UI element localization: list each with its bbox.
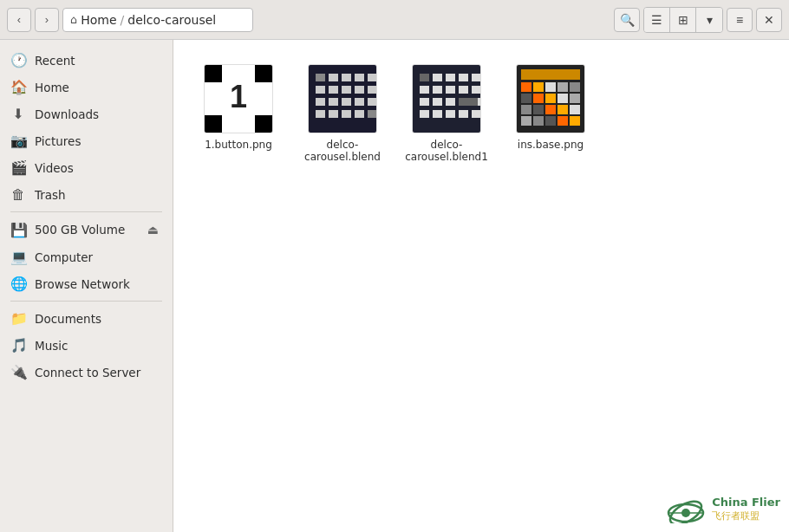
documents-icon: 📁 — [10, 310, 26, 327]
file-item-blend1[interactable]: delco-carousel.blend1 — [399, 57, 494, 170]
file-item-1button[interactable]: 1.button.png — [191, 57, 286, 170]
file-name-blend1: delco-carousel.blend1 — [404, 139, 489, 163]
thumbnail-ins — [517, 65, 584, 133]
sidebar-label-videos: Videos — [35, 161, 74, 175]
videos-icon: 🎬 — [10, 159, 26, 176]
forward-icon: › — [45, 13, 49, 26]
music-icon: 🎵 — [10, 337, 26, 354]
file-item-blend[interactable]: delco-carousel.blend — [295, 57, 390, 170]
sidebar-item-connect-server[interactable]: 🔌 Connect to Server — [0, 359, 173, 386]
watermark-text: China Flier 飞行者联盟 — [712, 496, 780, 522]
server-icon: 🔌 — [10, 364, 26, 380]
chevron-down-icon: ▾ — [707, 13, 713, 27]
sidebar-separator-2 — [10, 301, 162, 302]
back-icon: ‹ — [17, 13, 21, 26]
watermark-line2: 飞行者联盟 — [712, 510, 780, 522]
file-thumb-blend1 — [412, 64, 481, 133]
sidebar-label-pictures: Pictures — [35, 134, 81, 148]
thumbnail-1button — [205, 65, 272, 133]
file-item-ins[interactable]: ins.base.png — [503, 57, 598, 170]
home-icon: ⌂ — [70, 13, 77, 26]
breadcrumb-separator: / — [121, 13, 125, 27]
view-list-button[interactable]: ☰ — [644, 8, 670, 32]
breadcrumb-current: delco-carousel — [127, 13, 216, 27]
close-icon: ✕ — [764, 13, 774, 27]
sidebar-label-downloads: Downloads — [35, 107, 99, 121]
close-button[interactable]: ✕ — [756, 8, 782, 32]
thumbnail-blend1 — [413, 65, 480, 133]
sidebar-label-home: Home — [35, 81, 69, 94]
main-content: 1.button.png delco-carousel.blend delco-… — [173, 40, 789, 532]
eject-icon[interactable]: ⏏ — [144, 221, 162, 238]
downloads-icon: ⬇ — [10, 106, 26, 122]
file-thumb-1button — [204, 64, 273, 133]
breadcrumb: ⌂ Home / delco-carousel — [62, 8, 253, 32]
list-icon: ☰ — [651, 13, 662, 27]
view-options-button[interactable]: ▾ — [696, 8, 722, 32]
home-sidebar-icon: 🏠 — [10, 79, 26, 95]
sidebar-label-500gb: 500 GB Volume — [35, 223, 125, 237]
sidebar-item-trash[interactable]: 🗑 Trash — [0, 181, 173, 208]
watermark-logo-icon — [665, 496, 707, 523]
search-button[interactable]: 🔍 — [614, 8, 640, 32]
sidebar-item-computer[interactable]: 💻 Computer — [0, 243, 173, 270]
grid-icon: ⊞ — [678, 13, 688, 27]
sidebar-label-connect-server: Connect to Server — [35, 366, 140, 380]
sidebar-label-browse-network: Browse Network — [35, 277, 130, 291]
view-toggle-group: ☰ ⊞ ▾ — [643, 7, 723, 33]
trash-icon: 🗑 — [10, 186, 26, 203]
sidebar-item-documents[interactable]: 📁 Documents — [0, 305, 173, 332]
app-body: 🕐 Recent 🏠 Home ⬇ Downloads 📷 Pictures 🎬… — [0, 40, 789, 532]
computer-icon: 💻 — [10, 249, 26, 265]
thumbnail-blend — [309, 65, 376, 133]
watermark: China Flier 飞行者联盟 — [665, 496, 780, 523]
sidebar-label-trash: Trash — [35, 188, 66, 202]
file-name-ins: ins.base.png — [518, 139, 584, 151]
titlebar: ‹ › ⌂ Home / delco-carousel 🔍 ☰ ⊞ ▾ ≡ ✕ — [0, 0, 789, 40]
search-icon: 🔍 — [620, 13, 635, 27]
forward-button[interactable]: › — [35, 8, 59, 32]
file-name-1button: 1.button.png — [205, 139, 272, 151]
sidebar-item-downloads[interactable]: ⬇ Downloads — [0, 101, 173, 127]
hamburger-icon: ≡ — [736, 13, 743, 27]
sidebar-separator-1 — [10, 211, 162, 212]
volume-icon: 💾 — [10, 222, 26, 238]
view-grid-button[interactable]: ⊞ — [670, 8, 696, 32]
breadcrumb-home[interactable]: Home — [81, 13, 116, 27]
sidebar-item-pictures[interactable]: 📷 Pictures — [0, 127, 173, 154]
sidebar-label-computer: Computer — [35, 250, 93, 264]
sidebar-item-recent[interactable]: 🕐 Recent — [0, 47, 173, 74]
watermark-line1: China Flier — [712, 496, 780, 510]
menu-button[interactable]: ≡ — [727, 8, 753, 32]
sidebar-item-500gb[interactable]: 💾 500 GB Volume ⏏ — [0, 216, 173, 243]
file-thumb-blend — [308, 64, 377, 133]
sidebar-item-home[interactable]: 🏠 Home — [0, 74, 173, 101]
pictures-icon: 📷 — [10, 133, 26, 149]
sidebar-item-music[interactable]: 🎵 Music — [0, 332, 173, 359]
sidebar-label-documents: Documents — [35, 312, 101, 326]
sidebar: 🕐 Recent 🏠 Home ⬇ Downloads 📷 Pictures 🎬… — [0, 40, 173, 532]
sidebar-label-recent: Recent — [35, 54, 75, 68]
toolbar-right: 🔍 ☰ ⊞ ▾ ≡ ✕ — [614, 7, 782, 33]
sidebar-label-music: Music — [35, 339, 68, 353]
file-name-blend: delco-carousel.blend — [300, 139, 385, 163]
sidebar-item-videos[interactable]: 🎬 Videos — [0, 154, 173, 181]
sidebar-item-browse-network[interactable]: 🌐 Browse Network — [0, 270, 173, 297]
back-button[interactable]: ‹ — [7, 8, 31, 32]
network-icon: 🌐 — [10, 276, 26, 292]
file-thumb-ins — [516, 64, 585, 133]
recent-icon: 🕐 — [10, 52, 26, 68]
